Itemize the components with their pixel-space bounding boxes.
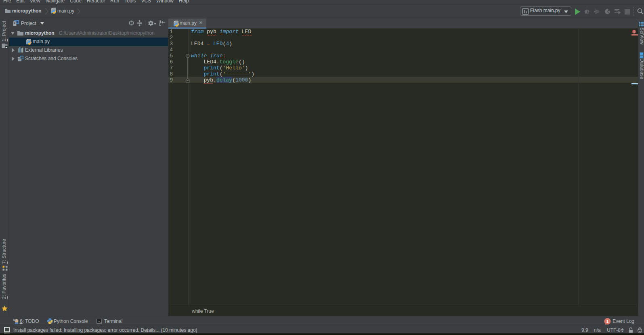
svg-text:1: 1 (606, 319, 609, 324)
